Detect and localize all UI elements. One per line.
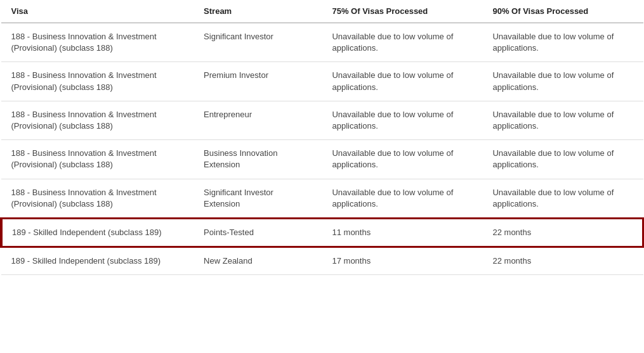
- cell-75pct: Unavailable due to low volume of applica…: [322, 23, 482, 62]
- table-row: 188 - Business Innovation & Investment (…: [1, 140, 643, 179]
- table-row: 189 - Skilled Independent (subclass 189)…: [1, 247, 643, 275]
- cell-visa: 188 - Business Innovation & Investment (…: [1, 101, 194, 139]
- cell-stream: Premium Investor: [194, 62, 322, 101]
- header-75pct: 75% Of Visas Processed: [322, 0, 482, 23]
- cell-visa: 188 - Business Innovation & Investment (…: [1, 140, 194, 179]
- cell-stream: Significant Investor Extension: [194, 179, 322, 218]
- cell-90pct: Unavailable due to low volume of applica…: [482, 179, 643, 218]
- cell-90pct: Unavailable due to low volume of applica…: [482, 62, 643, 101]
- cell-75pct: Unavailable due to low volume of applica…: [322, 140, 482, 179]
- cell-stream: New Zealand: [194, 247, 322, 275]
- cell-90pct: 22 months: [482, 218, 643, 247]
- cell-stream: Significant Investor: [194, 23, 322, 62]
- cell-90pct: Unavailable due to low volume of applica…: [482, 101, 643, 139]
- cell-75pct: Unavailable due to low volume of applica…: [322, 62, 482, 101]
- cell-visa: 188 - Business Innovation & Investment (…: [1, 23, 194, 62]
- cell-visa: 189 - Skilled Independent (subclass 189): [1, 218, 194, 247]
- cell-stream: Entrepreneur: [194, 101, 322, 139]
- cell-stream: Points-Tested: [194, 218, 322, 247]
- cell-90pct: Unavailable due to low volume of applica…: [482, 140, 643, 179]
- cell-stream: Business Innovation Extension: [194, 140, 322, 179]
- header-visa: Visa: [1, 0, 194, 23]
- cell-visa: 188 - Business Innovation & Investment (…: [1, 179, 194, 218]
- cell-90pct: 22 months: [482, 247, 643, 275]
- cell-visa: 188 - Business Innovation & Investment (…: [1, 62, 194, 101]
- cell-75pct: 11 months: [322, 218, 482, 247]
- cell-90pct: Unavailable due to low volume of applica…: [482, 23, 643, 62]
- header-stream: Stream: [194, 0, 322, 23]
- cell-visa: 189 - Skilled Independent (subclass 189): [1, 247, 194, 275]
- cell-75pct: Unavailable due to low volume of applica…: [322, 101, 482, 139]
- table-row: 188 - Business Innovation & Investment (…: [1, 62, 643, 101]
- table-row: 188 - Business Innovation & Investment (…: [1, 179, 643, 218]
- table-row: 189 - Skilled Independent (subclass 189)…: [1, 218, 643, 247]
- table-row: 188 - Business Innovation & Investment (…: [1, 101, 643, 139]
- table-row: 188 - Business Innovation & Investment (…: [1, 23, 643, 62]
- processing-times-table: Visa Stream 75% Of Visas Processed 90% O…: [0, 0, 644, 275]
- table-header-row: Visa Stream 75% Of Visas Processed 90% O…: [1, 0, 643, 23]
- cell-75pct: Unavailable due to low volume of applica…: [322, 179, 482, 218]
- header-90pct: 90% Of Visas Processed: [482, 0, 643, 23]
- cell-75pct: 17 months: [322, 247, 482, 275]
